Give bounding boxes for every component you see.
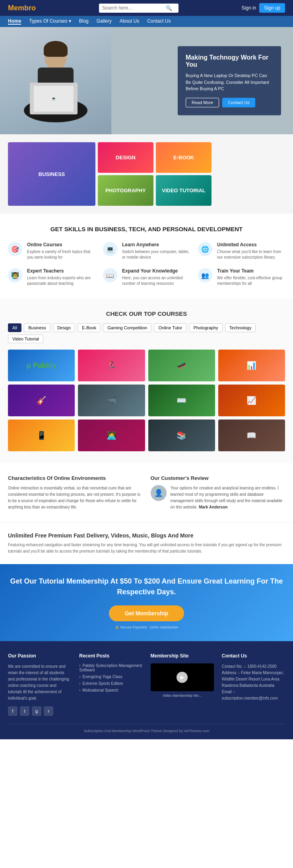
skill-learn-anywhere-text: Learn Anywhere Switch between your compu… xyxy=(122,242,190,260)
video-thumbnail[interactable]: ▶ xyxy=(151,663,214,691)
course-thumb-4: 📊 xyxy=(218,350,285,381)
filter-video-tutorial[interactable]: Video Tutorial xyxy=(8,334,43,343)
footer-passion-text: We are committed to ensure and retain th… xyxy=(8,663,71,702)
filter-technology[interactable]: Technology xyxy=(225,323,256,332)
category-photography[interactable]: PHOTOGRAPHY xyxy=(98,175,153,206)
course-card-12[interactable]: 📖 xyxy=(218,420,285,451)
category-ebook[interactable]: E-BOOK xyxy=(156,142,212,173)
logo-accent: o xyxy=(31,4,36,12)
footer-recent-posts-title: Recent Posts xyxy=(79,653,142,659)
search-icon[interactable]: 🔍 xyxy=(166,5,172,11)
signup-button[interactable]: Sign up xyxy=(259,3,285,13)
footer-post-2[interactable]: Energizing Yoga Class xyxy=(79,675,142,679)
footer-bottom: Subscription And Membership WordPress Th… xyxy=(8,724,285,733)
nav-gallery[interactable]: Gallery xyxy=(97,18,112,25)
signin-button[interactable]: Sign in xyxy=(242,5,256,11)
course-card-6[interactable]: 📹 xyxy=(78,385,145,416)
play-button[interactable]: ▶ xyxy=(177,672,188,683)
filter-gaming[interactable]: Gaming Competition xyxy=(103,323,151,332)
course-card-3[interactable]: 🛹 xyxy=(148,350,215,381)
review-text-block: Your options for creative and analytical… xyxy=(171,485,285,510)
review-section: Our Customer's Review 👤 Your options for… xyxy=(151,475,285,510)
course-thumb-7: ⌨️ xyxy=(148,385,215,416)
nav-about[interactable]: About Us xyxy=(120,18,139,25)
filter-ebook[interactable]: E-Book xyxy=(78,323,101,332)
video-label: Video Membership Wo... xyxy=(151,694,214,698)
main-nav: Home Types Of Courses ▾ Blog Gallery Abo… xyxy=(0,16,293,27)
footer-passion: Our Passion We are committed to ensure a… xyxy=(8,653,71,716)
course-card-10[interactable]: 👩‍💻 xyxy=(78,420,145,451)
hero-title: Making Technogy Work For You xyxy=(186,54,273,68)
read-more-button[interactable]: Read More xyxy=(186,98,219,107)
nav-contact[interactable]: Contact Us xyxy=(147,18,171,25)
skill-expand-knowledge: 📖 Expand Your Knowledge Here, you can ac… xyxy=(103,268,190,286)
review-avatar: 👤 xyxy=(151,485,167,501)
course-thumb-5: 🎸 xyxy=(8,385,75,416)
skill-unlimited-access: 🌐 Unlimited Access Choose what you'd lik… xyxy=(198,242,285,260)
char-review-section: Characteristics Of Online Environments O… xyxy=(0,463,293,522)
skill-expand-knowledge-text: Expand Your Knowledge Here, you can acce… xyxy=(122,268,190,286)
train-team-icon: 👥 xyxy=(198,268,212,282)
filter-photography[interactable]: Photography xyxy=(189,323,222,332)
course-card-5[interactable]: 🎸 xyxy=(8,385,75,416)
facebook-icon[interactable]: f xyxy=(8,706,17,716)
review-author: Mark Anderson xyxy=(199,505,227,509)
course-filters: All Business Design E-Book Gaming Compet… xyxy=(8,323,285,343)
unlimited-text: Featuring enhanced navigation and faster… xyxy=(8,542,285,555)
course-card-8[interactable]: 📈 xyxy=(218,385,285,416)
category-video[interactable]: VIDEO TUTORIAL xyxy=(156,175,212,206)
nav-blog[interactable]: Blog xyxy=(79,18,89,25)
category-design[interactable]: DESIGN xyxy=(98,142,153,173)
filter-online-tutor[interactable]: Online Tutor xyxy=(154,323,186,332)
filter-business[interactable]: Business xyxy=(24,323,50,332)
skills-section: GET SKILLS IN BUSINESS, TECH, AND PERSON… xyxy=(0,214,293,298)
skill-expert-teachers-text: Expert Teachers Learn from industry expe… xyxy=(27,268,95,286)
payment-icons: 🔒 Secure Payment · 100% Satisfaction xyxy=(8,625,285,629)
footer-post-1[interactable]: Pabbly Subscription Management Software xyxy=(79,663,142,672)
review-content: 👤 Your options for creative and analytic… xyxy=(151,485,285,510)
search-bar: 🔍 xyxy=(99,4,179,13)
course-grid: p Pabbly 🏃‍♀️ 🛹 📊 🎸 📹 ⌨️ 📈 📱 👩‍ xyxy=(8,350,285,451)
skill-learn-anywhere: 💻 Learn Anywhere Switch between your com… xyxy=(103,242,190,260)
header-buttons: Sign in Sign up xyxy=(242,3,285,13)
expand-knowledge-icon: 📖 xyxy=(103,268,117,282)
logo-text: Membr xyxy=(8,4,31,12)
nav-courses[interactable]: Types Of Courses ▾ xyxy=(29,18,71,25)
nav-home[interactable]: Home xyxy=(8,18,21,25)
course-thumb-12: 📖 xyxy=(218,420,285,451)
membership-cta: Get Our Tutorial Membership At $50 To $2… xyxy=(0,564,293,641)
footer-passion-title: Our Passion xyxy=(8,653,71,659)
course-thumb-10: 👩‍💻 xyxy=(78,420,145,451)
footer-post-3[interactable]: Extreme Sports Edition xyxy=(79,681,142,686)
google-icon[interactable]: g xyxy=(32,706,41,716)
category-business[interactable]: BUSINESS xyxy=(8,142,95,206)
course-thumb-2: 🏃‍♀️ xyxy=(78,350,145,381)
cat-row-top: DESIGN E-BOOK xyxy=(98,142,212,173)
unlimited-access-icon: 🌐 xyxy=(198,242,212,256)
footer-recent-posts: Recent Posts Pabbly Subscription Managem… xyxy=(79,653,142,716)
filter-all[interactable]: All xyxy=(8,323,21,332)
course-thumb-11: 📚 xyxy=(148,420,215,451)
course-card-2[interactable]: 🏃‍♀️ xyxy=(78,350,145,381)
course-card-11[interactable]: 📚 xyxy=(148,420,215,451)
course-card-4[interactable]: 📊 xyxy=(218,350,285,381)
filter-design[interactable]: Design xyxy=(53,323,75,332)
top-courses-section: CHECK OUR TOP COURSES All Business Desig… xyxy=(0,298,293,463)
skill-online-courses-text: Online Courses Explore a variety of fres… xyxy=(27,242,95,260)
footer-post-4[interactable]: Motivational Speech xyxy=(79,688,142,692)
get-membership-button[interactable]: Get Membership xyxy=(109,605,184,621)
logo[interactable]: Membro xyxy=(8,4,36,12)
rss-icon[interactable]: r xyxy=(44,706,53,716)
course-card-1[interactable]: p Pabbly xyxy=(8,350,75,381)
search-input[interactable] xyxy=(102,5,166,11)
contact-us-button[interactable]: Contact Us xyxy=(222,98,255,107)
course-card-7[interactable]: ⌨️ xyxy=(148,385,215,416)
course-card-9[interactable]: 📱 xyxy=(8,420,75,451)
skill-unlimited-access-text: Unlimited Access Choose what you'd like … xyxy=(217,242,285,260)
footer-contact-no: Contact No. :- 1800-4142-2500 xyxy=(222,663,285,670)
membership-cta-title: Get Our Tutorial Membership At $50 To $2… xyxy=(8,576,285,597)
twitter-icon[interactable]: t xyxy=(20,706,29,716)
review-title: Our Customer's Review xyxy=(151,475,285,481)
footer-grid: Our Passion We are committed to ensure a… xyxy=(8,653,285,716)
skills-title: GET SKILLS IN BUSINESS, TECH, AND PERSON… xyxy=(8,226,285,232)
